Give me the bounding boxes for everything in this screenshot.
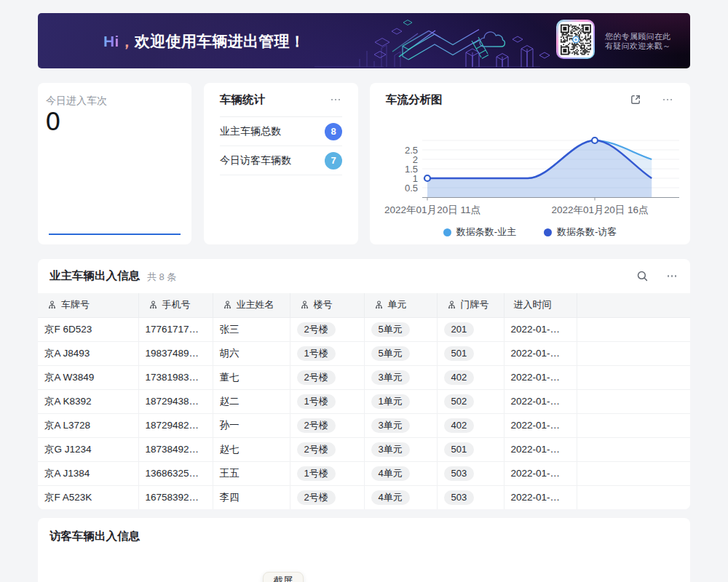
table-cell: 4单元 xyxy=(364,485,437,509)
table-header-row: 车牌号手机号业主姓名楼号单元门牌号进入时间 xyxy=(38,293,690,317)
banner-greeting-hi: Hi xyxy=(103,33,119,49)
dashboard-page: Hi，欢迎使用车辆进出管理！ 您的专属顾问在此 有疑问欢迎来戳～ 今日进入车次 … xyxy=(0,0,728,582)
table-cell: 京G J1234 xyxy=(38,437,138,461)
table-cell: 京A L3728 xyxy=(38,413,138,437)
more-icon[interactable] xyxy=(329,93,342,106)
tag-chip: 2号楼 xyxy=(297,322,336,337)
tag-chip: 502 xyxy=(444,394,475,409)
table-cell: 503 xyxy=(437,485,504,509)
qr-caption-line2: 有疑问欢迎来戳～ xyxy=(605,41,670,51)
legend-item[interactable]: 数据条数-访客 xyxy=(544,226,617,239)
table-cell: 18729438… xyxy=(138,389,213,413)
table-cell: 502 xyxy=(437,389,504,413)
column-header-手机号[interactable]: 手机号 xyxy=(138,293,213,317)
table-cell: 19837489… xyxy=(138,341,213,365)
qr-caption-line1: 您的专属顾问在此 xyxy=(605,32,670,41)
count-badge: 8 xyxy=(325,123,342,140)
column-header-label: 业主姓名 xyxy=(237,298,274,311)
table-row[interactable]: 京A J138413686325…王五1号楼4单元5032022-01-… xyxy=(38,461,690,485)
banner-greeting: Hi，欢迎使用车辆进出管理！ xyxy=(103,33,305,50)
column-header-楼号[interactable]: 楼号 xyxy=(290,293,364,317)
tag-chip: 5单元 xyxy=(371,346,410,361)
column-header-label: 单元 xyxy=(388,298,407,311)
screenshot-button[interactable]: 截屏 xyxy=(263,572,304,582)
legend-label: 数据条数-访客 xyxy=(557,226,617,239)
column-header-label: 车牌号 xyxy=(61,298,90,311)
table-row[interactable]: 京A J849319837489…胡六1号楼5单元5012022-01-… xyxy=(38,341,690,365)
svg-text:1.5: 1.5 xyxy=(405,164,418,175)
table-cell: 17381983… xyxy=(138,365,213,389)
stat-value: 0 xyxy=(45,107,61,136)
table-cell: 2号楼 xyxy=(290,437,364,461)
table-cell: 2号楼 xyxy=(290,365,364,389)
stat-row-label: 今日访客车辆数 xyxy=(220,154,291,167)
svg-text:2.5: 2.5 xyxy=(405,145,418,156)
table-cell: 501 xyxy=(437,437,504,461)
tag-chip: 501 xyxy=(444,346,475,361)
table-cell: 孙一 xyxy=(213,413,290,437)
table-cell: 李四 xyxy=(213,485,290,509)
table-cell: 201 xyxy=(437,317,504,341)
column-header-进入时间[interactable]: 进入时间 xyxy=(504,293,577,317)
more-icon[interactable] xyxy=(661,93,674,106)
tag-chip: 3单元 xyxy=(371,418,410,433)
table-cell xyxy=(577,485,690,509)
table-cell: 2022-01-… xyxy=(504,413,577,437)
stat-row-owner-total: 业主车辆总数 8 xyxy=(220,117,342,146)
column-header-业主姓名[interactable]: 业主姓名 xyxy=(213,293,290,317)
tag-chip: 503 xyxy=(444,490,475,505)
table-cell: 京A J1384 xyxy=(38,461,138,485)
legend-dot xyxy=(443,228,451,236)
table-cell: 1号楼 xyxy=(290,389,364,413)
table-row[interactable]: 京G J123418738492…赵七2号楼3单元5012022-01-… xyxy=(38,437,690,461)
chart-title: 车流分析图 xyxy=(386,92,443,108)
table-cell: 2022-01-… xyxy=(504,437,577,461)
table-cell xyxy=(577,461,690,485)
table-row[interactable]: 京F A523K16758392…李四2号楼4单元5032022-01-… xyxy=(38,485,690,509)
legend-item[interactable]: 数据条数-业主 xyxy=(443,226,516,239)
owner-table-title: 业主车辆出入信息 xyxy=(50,268,140,284)
column-header-label: 进入时间 xyxy=(514,298,552,311)
table-row[interactable]: 京F 6D52317761717…张三2号楼5单元2012022-01-… xyxy=(38,317,690,341)
table-cell: 17761717… xyxy=(138,317,213,341)
tag-chip: 4单元 xyxy=(371,466,410,481)
column-header-车牌号[interactable]: 车牌号 xyxy=(38,293,138,317)
tag-chip: 2号楼 xyxy=(297,418,336,433)
tag-chip: 2号楼 xyxy=(297,442,336,457)
tag-chip: 4单元 xyxy=(371,490,410,505)
traffic-area-chart: 0.511.522.52022年01月20日 11点2022年01月20日 16… xyxy=(370,129,690,220)
svg-text:1: 1 xyxy=(413,173,418,184)
table-cell: 3单元 xyxy=(364,365,437,389)
search-icon[interactable] xyxy=(636,270,649,283)
table-row[interactable]: 京A W384917381983…董七2号楼3单元4022022-01-… xyxy=(38,365,690,389)
lookup-field-icon xyxy=(47,300,57,310)
tag-chip: 503 xyxy=(444,466,475,481)
table-cell: 2022-01-… xyxy=(504,317,577,341)
count-badge: 7 xyxy=(325,152,342,170)
table-cell: 3单元 xyxy=(364,413,437,437)
table-cell: 2号楼 xyxy=(290,413,364,437)
table-cell: 503 xyxy=(437,461,504,485)
tag-chip: 1号楼 xyxy=(297,394,336,409)
column-header-单元[interactable]: 单元 xyxy=(364,293,437,317)
lookup-field-icon xyxy=(223,300,232,310)
owner-vehicle-table-card: 业主车辆出入信息 共 8 条 车牌号手机号业主姓名楼号单元门牌号进入时间 京F … xyxy=(38,259,690,509)
traffic-analysis-card: 车流分析图 0.511.522.52022年01月20日 11点2022年01月… xyxy=(370,83,690,244)
table-cell: 2022-01-… xyxy=(504,389,577,413)
table-cell: 1号楼 xyxy=(290,461,364,485)
column-header-门牌号[interactable]: 门牌号 xyxy=(437,293,504,317)
table-row[interactable]: 京A L372818729482…孙一2号楼3单元4022022-01-… xyxy=(38,413,690,437)
consultant-qr-code[interactable] xyxy=(556,20,595,59)
lookup-field-icon xyxy=(447,300,456,310)
lookup-field-icon xyxy=(300,300,309,310)
table-cell: 2022-01-… xyxy=(504,461,577,485)
table-cell: 13686325… xyxy=(138,461,213,485)
lookup-field-icon xyxy=(374,300,384,310)
qr-caption: 您的专属顾问在此 有疑问欢迎来戳～ xyxy=(605,32,670,51)
table-row[interactable]: 京A K839218729438…赵二1号楼1单元5022022-01-… xyxy=(38,389,690,413)
more-icon[interactable] xyxy=(665,270,678,283)
table-cell: 18738492… xyxy=(138,437,213,461)
table-cell: 3单元 xyxy=(364,437,437,461)
expand-icon[interactable] xyxy=(629,93,642,106)
table-cell: 京A W3849 xyxy=(38,365,138,389)
